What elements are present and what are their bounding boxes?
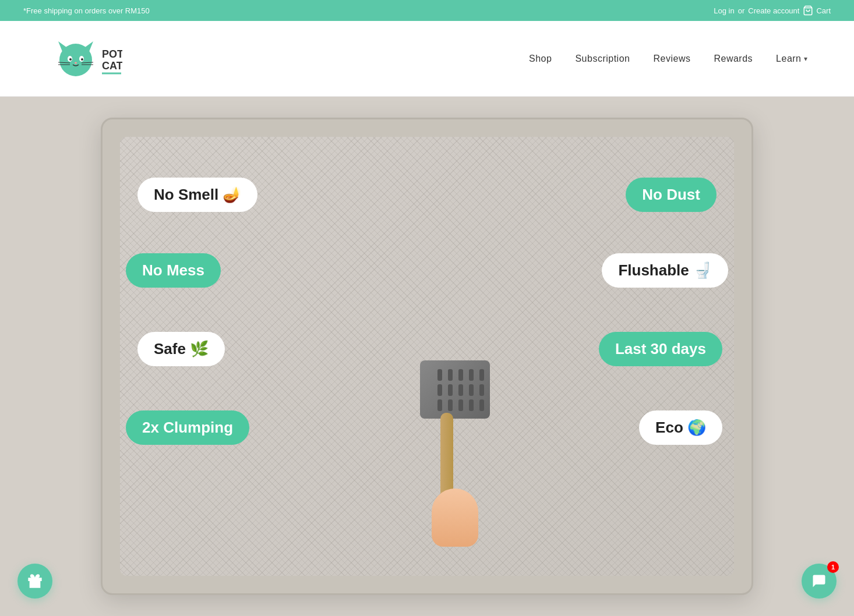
scoop-holes bbox=[437, 369, 486, 411]
chat-widget[interactable]: 1 bbox=[802, 564, 837, 599]
or-separator: or bbox=[738, 6, 745, 15]
bubble-no-dust: No Dust bbox=[626, 178, 717, 212]
chevron-down-icon: ▾ bbox=[804, 55, 808, 63]
bubble-safe: Safe 🌿 bbox=[137, 332, 225, 366]
create-account-link[interactable]: Create account bbox=[748, 6, 799, 15]
nav-learn[interactable]: Learn ▾ bbox=[776, 54, 807, 64]
svg-point-8 bbox=[75, 62, 77, 63]
bubble-no-smell: No Smell 🪔 bbox=[137, 178, 257, 212]
litter-scoop bbox=[408, 360, 502, 547]
svg-point-7 bbox=[81, 58, 83, 61]
hand bbox=[432, 488, 478, 547]
svg-text:POTTY: POTTY bbox=[102, 48, 122, 60]
chat-badge: 1 bbox=[827, 561, 839, 573]
cart-label: Cart bbox=[816, 6, 831, 15]
login-link[interactable]: Log in bbox=[714, 6, 734, 15]
bubble-eco: Eco 🌍 bbox=[639, 410, 722, 445]
header-auth-links: Log in or Create account Cart bbox=[714, 5, 831, 16]
scoop-head bbox=[420, 360, 490, 419]
svg-point-3 bbox=[59, 44, 92, 76]
rewards-widget[interactable] bbox=[17, 564, 52, 599]
bubble-flushable: Flushable 🚽 bbox=[602, 253, 728, 288]
svg-text:CATS: CATS bbox=[102, 60, 122, 72]
hero-section: No Smell 🪔 No Dust No Mess Flushable 🚽 S… bbox=[0, 97, 854, 616]
svg-point-6 bbox=[69, 58, 72, 61]
logo-area[interactable]: POTTY CATS bbox=[47, 36, 122, 82]
bubble-last30: Last 30 days bbox=[599, 332, 722, 366]
bubble-no-mess: No Mess bbox=[126, 253, 221, 288]
nav-subscription[interactable]: Subscription bbox=[575, 54, 630, 64]
gift-icon bbox=[27, 573, 43, 589]
announcement-text: *Free shipping on orders over RM150 bbox=[23, 6, 150, 15]
cart-link[interactable]: Cart bbox=[803, 5, 831, 16]
main-nav: Shop Subscription Reviews Rewards Learn … bbox=[529, 54, 807, 64]
bubble-2x-clumping: 2x Clumping bbox=[126, 410, 249, 445]
announcement-bar: *Free shipping on orders over RM150 Log … bbox=[0, 0, 854, 21]
logo-svg: POTTY CATS bbox=[47, 36, 122, 82]
nav-reviews[interactable]: Reviews bbox=[653, 54, 690, 64]
site-header: POTTY CATS Shop Subscription Reviews Rew… bbox=[0, 21, 854, 97]
nav-shop[interactable]: Shop bbox=[529, 54, 552, 64]
nav-rewards[interactable]: Rewards bbox=[714, 54, 753, 64]
chat-icon bbox=[811, 573, 827, 589]
litter-box: No Smell 🪔 No Dust No Mess Flushable 🚽 S… bbox=[101, 118, 753, 595]
cart-icon bbox=[803, 5, 813, 16]
logo: POTTY CATS bbox=[47, 36, 122, 82]
